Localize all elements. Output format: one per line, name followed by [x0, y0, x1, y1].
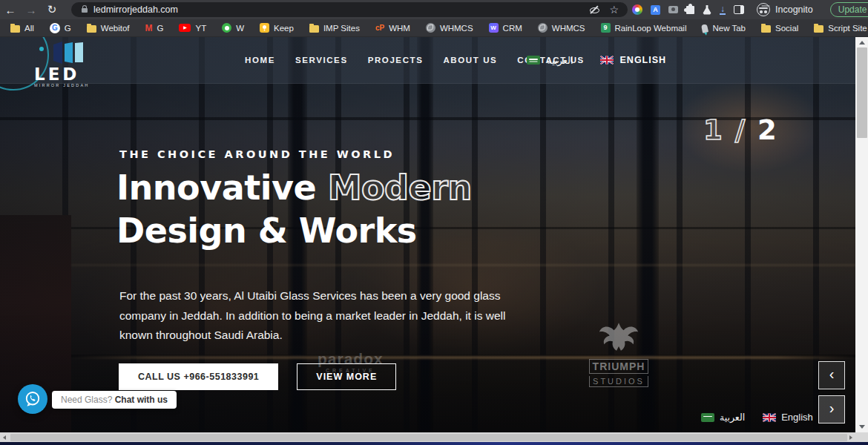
site-logo[interactable]: LED MIRROR JEDDAH	[34, 42, 116, 88]
whatsapp-icon	[222, 23, 231, 33]
nav-item-projects[interactable]: PROJECTS	[368, 56, 424, 65]
hero-kicker: THE CHOICE AROUND THE WORLD	[119, 148, 395, 160]
whatsapp-icon	[24, 390, 42, 408]
uk-flag-icon[interactable]	[600, 56, 614, 65]
folder-icon	[814, 25, 823, 33]
camera-extension-icon[interactable]	[668, 6, 678, 13]
bookmark-item[interactable]: Script Site	[814, 24, 867, 33]
folder-icon	[87, 25, 96, 33]
incognito-spy-icon	[757, 3, 770, 16]
globe-icon	[426, 23, 435, 33]
eagle-icon	[597, 317, 640, 356]
hero-buttons: CALL US +966-551833991 VIEW MORE	[119, 363, 396, 390]
saudi-flag-icon[interactable]	[527, 56, 540, 65]
scroll-right-arrow-icon[interactable]	[849, 435, 852, 440]
google-icon: G	[50, 23, 60, 33]
cpanel-icon: cP	[375, 24, 384, 33]
refresh-icon[interactable]: ↻	[42, 3, 62, 16]
bookmark-item[interactable]: Webitof	[87, 24, 130, 33]
english-language-link[interactable]: ENGLISH	[620, 55, 667, 65]
folder-icon	[10, 25, 20, 33]
gmail-icon: M	[145, 24, 153, 33]
back-icon[interactable]: ←	[0, 4, 21, 16]
browser-window: ← → ↻ ledmirrorjeddah.com ☆ A ↓ Incognit…	[0, 0, 868, 445]
incognito-badge: Incognito	[757, 3, 813, 16]
puzzle-extensions-icon[interactable]	[686, 6, 694, 14]
bookmark-item[interactable]: ▶YT	[179, 24, 206, 33]
bookmarks-bar: All GG Webitof MG ▶YT W Keep IMP Sites c…	[0, 19, 868, 37]
english-language-link[interactable]: English	[781, 412, 813, 423]
scroll-left-arrow-icon[interactable]	[3, 435, 6, 440]
lock-icon	[82, 8, 88, 13]
page-viewport: paradox CREATIVE TRIUMPH STUDIOS LED MIR…	[0, 37, 855, 432]
rocket-icon	[701, 24, 708, 33]
bookmark-item[interactable]: WHMCS	[538, 23, 585, 33]
rainloop-icon: 9	[601, 23, 611, 33]
globe-icon	[538, 23, 548, 33]
bookmark-item[interactable]: 9RainLoop Webmail	[601, 23, 687, 33]
bookmark-item[interactable]: All	[10, 24, 34, 33]
arabic-language-link[interactable]: العربية	[720, 412, 745, 423]
bookmark-item[interactable]: GG	[50, 23, 71, 33]
language-switcher-top: العربية ENGLISH	[527, 37, 666, 83]
vertical-scrollbar-thumb[interactable]	[857, 47, 867, 138]
call-us-button[interactable]: CALL US +966-551833991	[119, 363, 278, 390]
horizontal-scrollbar[interactable]	[0, 432, 868, 442]
update-label: Update	[838, 4, 867, 15]
arabic-language-link[interactable]: العربية	[547, 55, 573, 66]
nav-item-services[interactable]: SERVICES	[295, 56, 348, 65]
vertical-scrollbar[interactable]	[855, 37, 868, 432]
colorwheel-extension-icon[interactable]	[632, 4, 642, 15]
scrollbar-corner	[855, 432, 868, 442]
extension-icons: A ↓ Incognito Update ⋮	[632, 0, 868, 19]
bookmark-item[interactable]: Social	[761, 24, 798, 33]
bookmark-item[interactable]: New Tab	[702, 24, 746, 33]
bookmark-item[interactable]: Keep	[260, 23, 294, 33]
flask-extension-icon[interactable]	[703, 5, 711, 15]
forward-icon[interactable]: →	[21, 4, 42, 16]
view-more-button[interactable]: VIEW MORE	[297, 363, 396, 390]
bookmark-item[interactable]: WCRM	[489, 23, 522, 33]
hero-title: Innovative Modern Design & Works	[116, 166, 472, 252]
scroll-down-arrow-icon[interactable]	[859, 425, 865, 429]
scroll-up-arrow-icon[interactable]	[859, 41, 865, 44]
bookmark-item[interactable]: WHMCS	[426, 23, 473, 33]
slide-counter: 1 / 2	[703, 114, 778, 146]
saudi-flag-icon[interactable]	[701, 413, 714, 422]
crm-icon: W	[489, 23, 499, 33]
url-text[interactable]: ledmirrorjeddah.com	[93, 4, 589, 15]
logo-title: LED	[34, 67, 116, 82]
bookmark-star-icon[interactable]: ☆	[609, 4, 619, 16]
incognito-label: Incognito	[775, 4, 813, 15]
side-panel-icon[interactable]	[734, 5, 744, 14]
bookmark-item[interactable]: IMP Sites	[309, 24, 360, 33]
language-switcher-bottom: العربية English	[701, 412, 813, 423]
uk-flag-icon[interactable]	[763, 413, 776, 422]
bookmark-item[interactable]: W	[222, 23, 244, 33]
chat-tooltip[interactable]: Need Glass? Chat with us	[52, 391, 177, 409]
logo-subtitle: MIRROR JEDDAH	[34, 83, 116, 88]
led-mirror-logo-icon	[52, 42, 85, 64]
browser-toolbar: ← → ↻ ledmirrorjeddah.com ☆ A ↓ Incognit…	[0, 0, 868, 19]
whatsapp-chat-button[interactable]	[18, 384, 47, 414]
bookmark-item[interactable]: cPWHM	[375, 24, 410, 33]
youtube-icon: ▶	[179, 24, 191, 32]
translate-extension-icon[interactable]: A	[651, 5, 660, 15]
downloads-icon[interactable]: ↓	[720, 5, 726, 15]
bookmark-item[interactable]: MG	[145, 24, 164, 33]
hero-paragraph: For the past 30 years, Al Utaibi Glass S…	[119, 286, 535, 346]
eye-off-icon[interactable]	[589, 5, 600, 15]
keep-icon	[260, 23, 269, 33]
nav-item-home[interactable]: HOME	[245, 56, 275, 65]
next-section-edge	[0, 442, 868, 445]
carousel-next-button[interactable]: ›	[818, 395, 845, 423]
update-button[interactable]: Update ⋮	[830, 2, 868, 17]
address-bar[interactable]: ledmirrorjeddah.com ☆	[71, 2, 628, 17]
site-header: LED MIRROR JEDDAH HOME SERVICES PROJECTS…	[0, 37, 855, 84]
folder-icon	[761, 25, 771, 33]
folder-icon	[309, 25, 319, 33]
carousel-prev-button[interactable]: ‹	[818, 361, 845, 389]
triumph-studios-watermark: TRIUMPH STUDIOS	[580, 317, 657, 387]
horizontal-scrollbar-thumb[interactable]	[10, 434, 847, 441]
nav-item-about-us[interactable]: ABOUT US	[443, 56, 497, 65]
